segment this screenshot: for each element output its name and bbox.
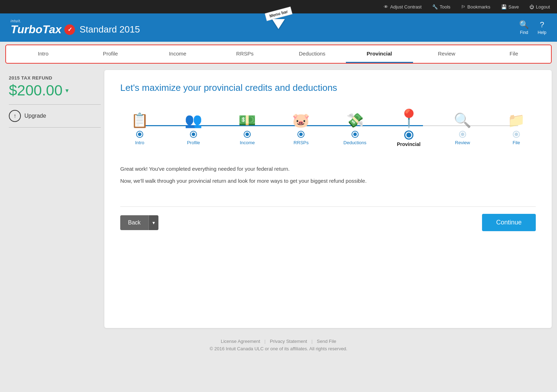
tab-rrsps[interactable]: RRSPs xyxy=(211,45,278,63)
step-profile-dot xyxy=(191,131,196,137)
step-provincial-label: Provincial xyxy=(397,141,420,147)
menubar-annotation: Menu bar xyxy=(265,10,292,29)
chevron-down-icon[interactable]: ▾ xyxy=(65,87,69,94)
step-deductions-icon-area: 💸 xyxy=(344,107,366,129)
privacy-link[interactable]: Privacy Statement xyxy=(270,339,307,344)
step-rrsps-dot xyxy=(298,131,304,137)
step-deductions-dot xyxy=(352,131,358,137)
sidebar-divider xyxy=(9,104,101,105)
save-btn[interactable]: 💾 Save xyxy=(501,4,519,10)
deductions-icon: 💸 xyxy=(346,112,364,129)
step-intro: 📋 Intro xyxy=(120,107,159,147)
tools-label: Tools xyxy=(440,4,450,10)
upgrade-label: Upgrade xyxy=(24,113,46,119)
tools-btn[interactable]: 🔧 Tools xyxy=(432,4,450,10)
adjust-contrast-label: Adjust Contrast xyxy=(390,4,422,10)
step-provincial: 📍 Provincial xyxy=(389,107,428,147)
save-icon: 💾 xyxy=(501,4,507,10)
annotation-arrow-shape xyxy=(272,19,285,29)
step-provincial-dot xyxy=(405,131,412,139)
main-layout: 2015 TAX REFUND $200.00 ▾ ↑ Upgrade Let'… xyxy=(0,66,557,332)
review-icon: 🔍 xyxy=(454,112,471,129)
sidebar-divider-2 xyxy=(9,127,101,128)
bookmark-icon: 🏳 xyxy=(461,4,466,10)
step-review: 🔍 Review xyxy=(443,107,482,147)
logout-btn[interactable]: ⏻ Logout xyxy=(529,4,550,10)
continue-button[interactable]: Continue xyxy=(482,214,536,231)
find-label: Find xyxy=(520,30,528,35)
step-profile: 👥 Profile xyxy=(174,107,213,147)
upgrade-btn[interactable]: ↑ Upgrade xyxy=(9,110,101,122)
copyright-text: © 2016 Intuit Canada ULC or one of its a… xyxy=(7,346,550,351)
logout-icon: ⏻ xyxy=(529,4,534,10)
step-income: 💵 Income xyxy=(228,107,267,147)
step-review-dot xyxy=(460,131,465,137)
content-title: Let's maximize your provincial credits a… xyxy=(120,82,536,93)
steps-row: 📋 Intro 👥 Profile 💵 xyxy=(120,107,536,147)
step-file-icon-area: 📁 xyxy=(506,107,527,129)
product-name: Standard 2015 xyxy=(80,24,140,35)
sidebar: 2015 TAX REFUND $200.00 ▾ ↑ Upgrade xyxy=(5,70,104,328)
step-profile-icon-area: 👥 xyxy=(183,107,204,129)
nav-tabs: Intro Profile Income RRSPs Deductions Pr… xyxy=(5,45,552,64)
step-review-icon-area: 🔍 xyxy=(452,107,473,129)
tab-provincial[interactable]: Provincial xyxy=(346,45,413,63)
step-file: 📁 File xyxy=(497,107,536,147)
refund-value: $200.00 xyxy=(9,82,63,99)
back-button[interactable]: Back xyxy=(120,215,149,230)
tab-review[interactable]: Review xyxy=(413,45,480,63)
sendfile-link[interactable]: Send File xyxy=(317,339,336,344)
description-1: Great work! You've completed everything … xyxy=(120,165,536,173)
help-btn[interactable]: ? Help xyxy=(538,20,546,35)
help-icon: ? xyxy=(540,20,544,29)
tab-income[interactable]: Income xyxy=(144,45,211,63)
footer-links: License Agreement | Privacy Statement | … xyxy=(7,339,550,344)
search-icon: 🔍 xyxy=(519,20,529,29)
footer-buttons: Back ▾ Continue xyxy=(120,206,536,231)
logout-label: Logout xyxy=(536,4,550,10)
provincial-icon: 📍 xyxy=(398,108,420,129)
tools-icon: 🔧 xyxy=(432,4,438,10)
step-intro-icon-area: 📋 xyxy=(129,107,150,129)
step-income-icon-area: 💵 xyxy=(237,107,258,129)
description-2: Now, we'll walk through your provincial … xyxy=(120,177,536,185)
help-label: Help xyxy=(538,30,546,35)
step-file-label: File xyxy=(513,140,520,145)
license-link[interactable]: License Agreement xyxy=(221,339,260,344)
tab-profile[interactable]: Profile xyxy=(77,45,144,63)
step-profile-label: Profile xyxy=(187,140,200,145)
save-label: Save xyxy=(509,4,519,10)
step-rrsps-label: RRSPs xyxy=(294,140,309,145)
adjust-contrast-btn[interactable]: 👁 Adjust Contrast xyxy=(384,4,422,10)
page-footer: License Agreement | Privacy Statement | … xyxy=(0,332,557,358)
step-review-label: Review xyxy=(455,140,470,145)
rrsps-icon: 🐷 xyxy=(292,112,310,129)
find-btn[interactable]: 🔍 Find xyxy=(519,20,529,35)
step-deductions: 💸 Deductions xyxy=(336,107,375,147)
bookmarks-btn[interactable]: 🏳 Bookmarks xyxy=(461,4,491,10)
step-income-dot xyxy=(244,131,250,137)
header: intuit. TurboTax ✓ Standard 2015 Menu ba… xyxy=(0,13,557,42)
tab-intro[interactable]: Intro xyxy=(10,45,77,63)
step-rrsps-icon-area: 🐷 xyxy=(290,107,312,129)
tab-deductions[interactable]: Deductions xyxy=(279,45,346,63)
refund-label: 2015 TAX REFUND xyxy=(9,75,101,81)
bookmarks-label: Bookmarks xyxy=(468,4,491,10)
file-icon: 📁 xyxy=(507,112,525,129)
step-rrsps: 🐷 RRSPs xyxy=(282,107,320,147)
intro-icon: 📋 xyxy=(131,112,149,129)
checkmark-icon: ✓ xyxy=(64,24,75,35)
step-file-dot xyxy=(514,131,519,137)
content-area: Let's maximize your provincial credits a… xyxy=(104,70,552,328)
logo-area: intuit. TurboTax ✓ Standard 2015 xyxy=(11,19,140,36)
income-icon: 💵 xyxy=(238,112,256,129)
back-btn-group: Back ▾ xyxy=(120,215,158,230)
intuit-logo: intuit. xyxy=(11,19,140,23)
step-provincial-icon-area: 📍 xyxy=(398,107,419,129)
back-dropdown-btn[interactable]: ▾ xyxy=(149,215,158,230)
eye-icon: 👁 xyxy=(384,4,388,10)
step-intro-label: Intro xyxy=(135,140,144,145)
header-right: 🔍 Find ? Help xyxy=(519,20,546,35)
step-income-label: Income xyxy=(240,140,255,145)
tab-file[interactable]: File xyxy=(480,45,547,63)
